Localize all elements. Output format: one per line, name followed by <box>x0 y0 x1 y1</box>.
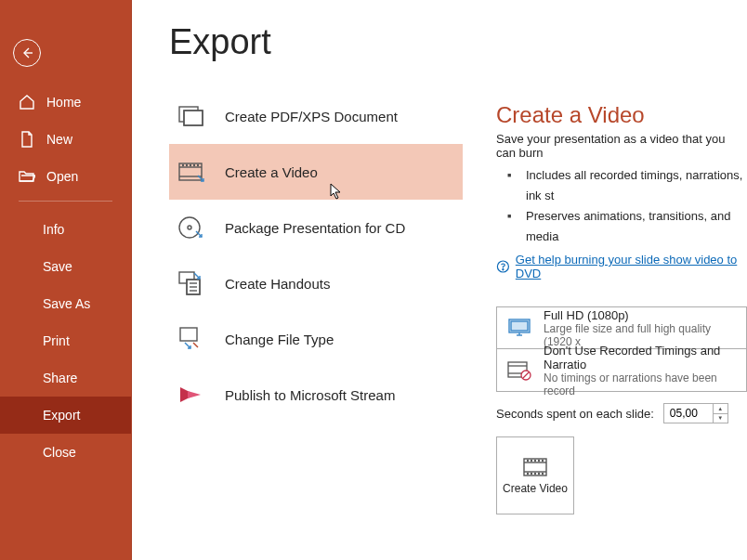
bullet-item: Preserves animations, transitions, and m… <box>513 206 747 247</box>
svg-point-41 <box>531 474 532 475</box>
sidebar-divider <box>19 201 112 202</box>
nav-label: Home <box>46 95 81 110</box>
export-option-stream[interactable]: Publish to Microsoft Stream <box>169 367 463 423</box>
spin-up-button[interactable]: ▲ <box>714 404 727 414</box>
nav-label: Save As <box>43 296 90 311</box>
nav-share[interactable]: Share <box>0 359 131 397</box>
svg-point-36 <box>531 461 532 462</box>
create-video-button-label: Create Video <box>503 482 568 495</box>
export-option-filetype[interactable]: Change File Type <box>169 311 463 367</box>
monitor-icon <box>506 314 532 342</box>
help-icon <box>496 259 510 274</box>
nav-label: Save <box>43 259 72 274</box>
svg-rect-24 <box>511 321 528 331</box>
spin-down-button[interactable]: ▼ <box>714 414 727 423</box>
backstage-sidebar: Home New Open Info Save Save As Print Sh… <box>0 0 132 560</box>
svg-point-35 <box>528 461 529 462</box>
arrow-left-icon <box>20 46 34 60</box>
create-video-panel: Create a Video Save your presentation as… <box>464 0 747 560</box>
nav-label: Info <box>43 222 64 237</box>
nav-new[interactable]: New <box>0 121 131 158</box>
svg-point-12 <box>179 217 200 238</box>
timings-dropdown[interactable]: Don't Use Recorded Timings and Narratio … <box>496 349 747 392</box>
svg-point-9 <box>190 165 191 166</box>
svg-point-38 <box>539 461 540 462</box>
home-icon <box>19 94 35 111</box>
svg-point-39 <box>543 461 544 462</box>
nav-label: Print <box>43 333 70 348</box>
page-title: Export <box>169 22 463 62</box>
svg-point-42 <box>535 474 536 475</box>
svg-rect-20 <box>180 328 197 341</box>
svg-point-43 <box>539 474 540 475</box>
export-option-label: Create a Video <box>225 164 318 180</box>
export-option-cd[interactable]: Package Presentation for CD <box>169 200 463 255</box>
bullet-item: Includes all recorded timings, narration… <box>513 165 747 206</box>
film-icon <box>521 456 549 478</box>
svg-point-7 <box>183 165 184 166</box>
export-option-label: Create PDF/XPS Document <box>225 109 398 124</box>
export-option-video[interactable]: Create a Video <box>169 144 463 200</box>
help-link[interactable]: Get help burning your slide show video t… <box>516 253 747 280</box>
nav-open[interactable]: Open <box>0 158 131 195</box>
export-option-label: Change File Type <box>225 332 334 347</box>
export-option-pdf[interactable]: Create PDF/XPS Document <box>169 88 463 144</box>
film-no-icon <box>506 357 532 384</box>
svg-point-11 <box>198 165 199 166</box>
pdf-icon <box>177 101 206 131</box>
export-option-label: Package Presentation for CD <box>225 220 405 236</box>
svg-point-8 <box>187 165 188 166</box>
section-title: Create a Video <box>496 102 747 128</box>
main-content: Export Create PDF/XPS Document Create a … <box>132 0 747 560</box>
svg-rect-2 <box>184 111 203 125</box>
folder-open-icon <box>19 168 35 185</box>
video-icon <box>177 157 206 187</box>
cd-icon <box>177 213 206 242</box>
nav-label: New <box>46 132 72 147</box>
create-video-button[interactable]: Create Video <box>496 436 574 514</box>
nav-close[interactable]: Close <box>0 434 131 471</box>
dropdown-title: Don't Use Recorded Timings and Narratio <box>544 344 737 371</box>
feature-bullets: Includes all recorded timings, narration… <box>513 165 747 247</box>
nav-label: Close <box>43 445 76 460</box>
nav-print[interactable]: Print <box>0 322 131 359</box>
dropdown-title: Full HD (1080p) <box>544 308 737 322</box>
nav-home[interactable]: Home <box>0 84 131 121</box>
export-option-label: Create Handouts <box>225 276 330 292</box>
svg-point-13 <box>188 226 191 229</box>
section-description: Save your presentation as a video that y… <box>496 132 747 160</box>
nav-label: Open <box>46 169 78 184</box>
svg-point-40 <box>528 474 529 475</box>
svg-point-37 <box>535 461 536 462</box>
nav-info[interactable]: Info <box>0 211 131 248</box>
handouts-icon <box>177 268 206 298</box>
stream-icon <box>177 380 206 410</box>
export-options-column: Export Create PDF/XPS Document Create a … <box>132 0 464 560</box>
export-option-handouts[interactable]: Create Handouts <box>169 255 463 311</box>
dropdown-subtitle: No timings or narrations have been recor… <box>544 371 737 397</box>
back-button[interactable] <box>13 39 41 67</box>
svg-point-10 <box>194 165 195 166</box>
seconds-spinner[interactable]: ▲ ▼ <box>663 403 728 423</box>
seconds-input[interactable] <box>664 404 713 423</box>
seconds-label: Seconds spent on each slide: <box>496 407 654 421</box>
nav-save-as[interactable]: Save As <box>0 285 131 322</box>
nav-export[interactable]: Export <box>0 397 131 434</box>
change-filetype-icon <box>177 324 206 354</box>
nav-save[interactable]: Save <box>0 248 131 285</box>
svg-point-44 <box>543 474 544 475</box>
document-icon <box>19 131 35 148</box>
svg-point-22 <box>503 269 504 270</box>
nav-label: Share <box>43 371 77 385</box>
export-option-label: Publish to Microsoft Stream <box>225 387 395 403</box>
nav-label: Export <box>43 408 80 423</box>
